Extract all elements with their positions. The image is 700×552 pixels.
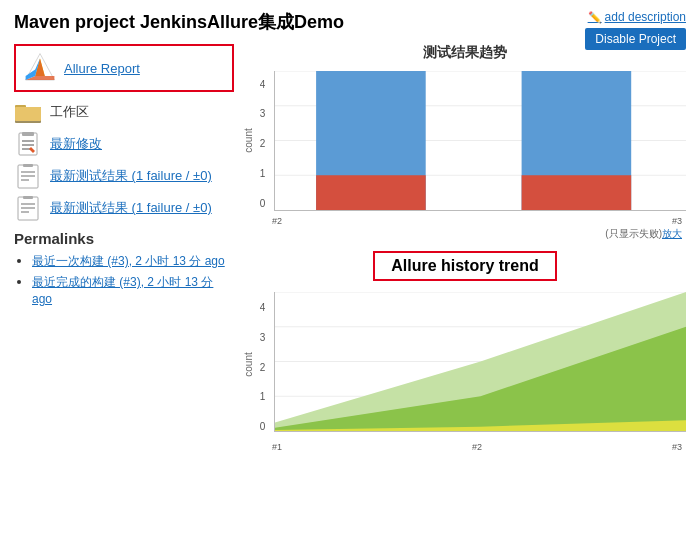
trend-bottom-text: (只显示失败) [605,227,662,241]
trend-chart-container: 测试结果趋势 count 0 1 2 3 4 [244,44,686,241]
history-x-tick-2: #2 [472,442,482,452]
permalink-completed-build[interactable]: 最近完成的构建 (#3), 2 小时 13 分 ago [32,275,213,306]
history-y-tick-2: 2 [260,362,266,373]
latest-test-result-2-item[interactable]: 最新测试结果 (1 failure / ±0) [14,196,234,220]
latest-test-result-2-link[interactable]: 最新测试结果 (1 failure / ±0) [50,199,212,217]
latest-test-result-1-link[interactable]: 最新测试结果 (1 failure / ±0) [50,167,212,185]
svg-rect-27 [316,175,426,210]
permalinks-title: Permalinks [14,230,234,247]
allure-report-link[interactable]: Allure Report [64,61,140,76]
add-description-link[interactable]: ✏️ add description [588,10,686,24]
y-tick-2: 2 [260,138,266,149]
svg-rect-29 [522,175,632,210]
workspace-icon [14,100,42,124]
allure-report-box[interactable]: Allure Report [14,44,234,92]
recent-changes-item[interactable]: 最新修改 [14,132,234,156]
trend-x-labels: #2 #3 [244,216,686,226]
y-tick-4: 4 [260,79,266,90]
right-panel: 测试结果趋势 count 0 1 2 3 4 [244,44,686,452]
trend-chart-svg [274,71,686,211]
workspace-item[interactable]: 工作区 [14,100,234,124]
left-panel: Allure Report 工作区 [14,44,234,452]
main-layout: Allure Report 工作区 [14,44,686,452]
permalinks-section: Permalinks 最近一次构建 (#3), 2 小时 13 分 ago 最近… [14,230,234,306]
svg-rect-6 [15,107,41,121]
recent-changes-link[interactable]: 最新修改 [50,135,102,153]
top-right-controls: ✏️ add description Disable Project [585,10,686,50]
x-tick-2: #2 [272,216,282,226]
disable-project-button[interactable]: Disable Project [585,28,686,50]
history-y-tick-3: 3 [260,332,266,343]
recent-changes-icon [14,132,42,156]
svg-rect-18 [23,196,33,199]
list-item: 最近一次构建 (#3), 2 小时 13 分 ago [32,253,234,270]
permalink-recent-build[interactable]: 最近一次构建 (#3), 2 小时 13 分 ago [32,254,225,268]
allure-logo-icon [24,52,56,84]
history-y-tick-0: 0 [260,421,266,432]
history-x-tick-3: #3 [672,442,682,452]
list-item: 最近完成的构建 (#3), 2 小时 13 分 ago [32,274,234,306]
history-x-labels: #1 #2 #3 [244,442,686,452]
latest-test-result-1-item[interactable]: 最新测试结果 (1 failure / ±0) [14,164,234,188]
permalinks-list: 最近一次构建 (#3), 2 小时 13 分 ago 最近完成的构建 (#3),… [14,253,234,306]
history-x-tick-1: #1 [272,442,282,452]
y-tick-3: 3 [260,108,266,119]
svg-rect-13 [23,164,33,167]
test-result-1-icon [14,164,42,188]
edit-icon: ✏️ [588,11,602,24]
history-y-tick-4: 4 [260,302,266,313]
trend-y-label: count [243,128,254,152]
trend-zoom-link[interactable]: 放大 [662,227,682,241]
history-trend-chart-svg [274,292,686,432]
history-trend-section: Allure history trend count 0 1 2 3 4 [244,251,686,452]
add-description-label: add description [605,10,686,24]
x-tick-3: #3 [672,216,682,226]
history-y-label: count [243,352,254,376]
y-tick-1: 1 [260,168,266,179]
history-trend-title-box: Allure history trend [373,251,557,281]
y-tick-0: 0 [260,198,266,209]
history-trend-title: Allure history trend [391,257,539,274]
history-y-tick-1: 1 [260,391,266,402]
test-result-2-icon [14,196,42,220]
workspace-label: 工作区 [50,103,89,121]
svg-rect-8 [22,132,34,136]
